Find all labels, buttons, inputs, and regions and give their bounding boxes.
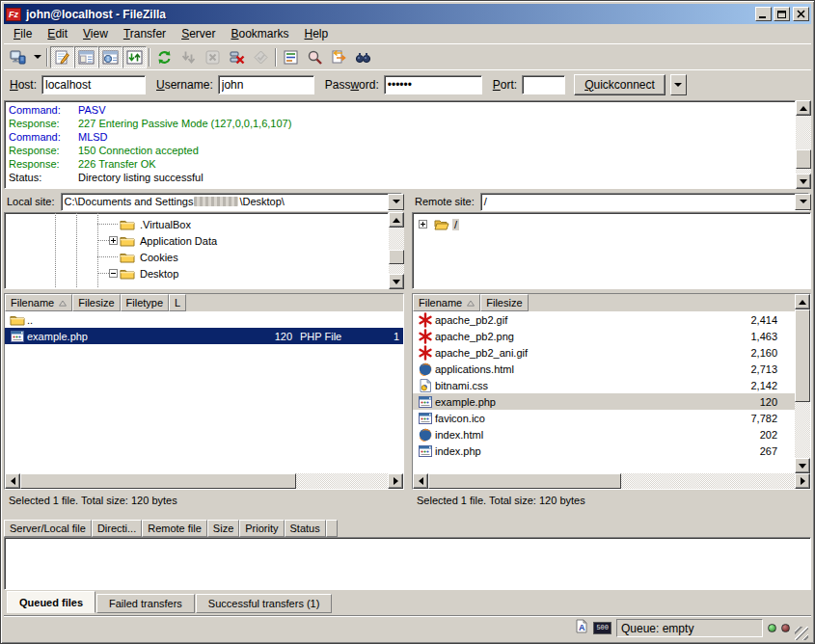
host-label: Host:: [10, 78, 37, 92]
scroll-thumb[interactable]: [20, 473, 296, 489]
firefox-icon: [418, 362, 433, 377]
disconnect-button[interactable]: [225, 46, 249, 68]
scroll-thumb[interactable]: [796, 149, 811, 169]
scroll-left-button[interactable]: [413, 473, 428, 489]
remote-path-combo[interactable]: /: [480, 193, 809, 211]
compare-directories-button[interactable]: [327, 46, 351, 68]
log-line: Response: 227 Entering Passive Mode (127…: [5, 117, 795, 130]
log-type: Response:: [5, 117, 78, 130]
menu-item[interactable]: Help: [297, 25, 337, 42]
column-header[interactable]: Priority: [239, 520, 284, 537]
scroll-down-button[interactable]: [389, 274, 404, 289]
column-header[interactable]: [326, 520, 338, 537]
scroll-down-button[interactable]: [795, 458, 810, 473]
example.php[interactable]: example.php 120: [413, 393, 795, 410]
tree-item[interactable]: Application Data: [5, 232, 388, 249]
minus-icon[interactable]: [97, 269, 118, 278]
site-manager-button[interactable]: [6, 46, 30, 68]
column-header[interactable]: Status: [285, 520, 326, 537]
scroll-up-button[interactable]: [389, 212, 404, 228]
cancel-operation-button[interactable]: [201, 46, 225, 68]
log-line: Status: Directory listing successful: [5, 171, 795, 184]
password-input[interactable]: [384, 75, 482, 94]
close-button[interactable]: [793, 7, 809, 21]
sort-ascending-icon: [467, 297, 475, 309]
synchronized-browsing-button[interactable]: [351, 46, 375, 68]
arrow-up-icon: [393, 218, 400, 223]
column-header[interactable]: Filetype: [121, 294, 170, 311]
toggle-remote-tree-button[interactable]: [98, 46, 122, 68]
tree-item[interactable]: /: [413, 216, 810, 232]
queue-tab[interactable]: Queued files: [7, 591, 95, 613]
pane-splitter[interactable]: [404, 191, 412, 511]
reconnect-button[interactable]: [249, 46, 273, 68]
port-input[interactable]: [522, 75, 565, 94]
column-header[interactable]: Remote file: [142, 520, 207, 537]
tree-item[interactable]: .VirtualBox: [5, 216, 388, 232]
tree-item[interactable]: Desktop: [5, 265, 388, 282]
menu-item[interactable]: Server: [174, 25, 223, 42]
apache_pb2.png[interactable]: apache_pb2.png 1,463: [413, 328, 795, 344]
column-header[interactable]: Filename: [413, 294, 480, 311]
scroll-down-button[interactable]: [796, 174, 811, 189]
menu-item[interactable]: Transfer: [116, 25, 174, 42]
scroll-up-button[interactable]: [795, 294, 810, 309]
bitnami.css[interactable]: bitnami.css 2,142: [413, 377, 795, 393]
index.php[interactable]: index.php 267: [413, 443, 795, 459]
local-path-combo[interactable]: C:\Documents and Settings\Desktop\: [61, 193, 402, 211]
resize-grip[interactable]: [795, 627, 808, 640]
menu-item[interactable]: Bookmarks: [223, 25, 296, 42]
local-path-dropdown[interactable]: [388, 194, 404, 210]
process-queue-button[interactable]: [177, 46, 201, 68]
tree-connector[interactable]: [97, 224, 118, 225]
username-input[interactable]: [218, 75, 314, 94]
host-input[interactable]: [41, 75, 146, 94]
filter-button[interactable]: [279, 46, 303, 68]
scroll-thumb[interactable]: [428, 473, 621, 489]
plus-icon[interactable]: [97, 236, 118, 245]
column-header[interactable]: Filename: [5, 294, 72, 311]
remote-path-dropdown[interactable]: [795, 194, 811, 210]
toggle-message-log-button[interactable]: [50, 46, 74, 68]
site-manager-dropdown[interactable]: [30, 46, 44, 68]
quickconnect-dropdown[interactable]: [670, 74, 687, 95]
column-header[interactable]: L: [169, 294, 186, 311]
php-icon: [418, 443, 433, 459]
scroll-thumb[interactable]: [389, 250, 404, 264]
plus-icon[interactable]: [419, 220, 432, 228]
arrow-right-icon: [394, 477, 398, 485]
index.html[interactable]: index.html 202: [413, 426, 795, 443]
quickconnect-button[interactable]: Quickconnect: [574, 74, 666, 95]
scroll-right-button[interactable]: [388, 473, 403, 489]
column-header[interactable]: Filesize: [72, 294, 120, 311]
tree-connector[interactable]: [97, 256, 118, 257]
scroll-left-button[interactable]: [5, 473, 20, 489]
file-modified: 1: [390, 328, 403, 344]
toggle-local-tree-button[interactable]: [74, 46, 98, 68]
scroll-thumb[interactable]: [795, 309, 810, 402]
..[interactable]: ..: [5, 311, 403, 328]
refresh-button[interactable]: [152, 46, 177, 68]
column-header[interactable]: Size: [207, 520, 239, 537]
example.php[interactable]: example.php 120 PHP File 1: [5, 328, 403, 344]
apache_pb2.gif[interactable]: apache_pb2.gif 2,414: [413, 311, 795, 328]
column-header[interactable]: Directi...: [92, 520, 142, 537]
tree-item[interactable]: Cookies: [5, 249, 388, 265]
scroll-up-button[interactable]: [796, 100, 811, 116]
column-header[interactable]: Server/Local file: [4, 520, 92, 537]
applications.html[interactable]: applications.html 2,713: [413, 361, 795, 377]
menu-item[interactable]: View: [75, 25, 116, 42]
menu-item[interactable]: Edit: [40, 25, 75, 42]
speed-limit-indicator: 500: [593, 622, 611, 634]
queue-tab[interactable]: Successful transfers (1): [196, 594, 333, 613]
apache_pb2_ani.gif[interactable]: apache_pb2_ani.gif 2,160: [413, 344, 795, 361]
favicon.ico[interactable]: favicon.ico 7,782: [413, 410, 795, 426]
queue-tab[interactable]: Failed transfers: [96, 594, 195, 613]
maximize-button[interactable]: [774, 7, 790, 21]
menu-item[interactable]: File: [6, 25, 40, 42]
toggle-queue-button[interactable]: [122, 46, 147, 68]
search-button[interactable]: [303, 46, 327, 68]
column-header[interactable]: Filesize: [480, 294, 528, 311]
minimize-button[interactable]: [755, 7, 772, 21]
scroll-right-button[interactable]: [795, 473, 810, 489]
